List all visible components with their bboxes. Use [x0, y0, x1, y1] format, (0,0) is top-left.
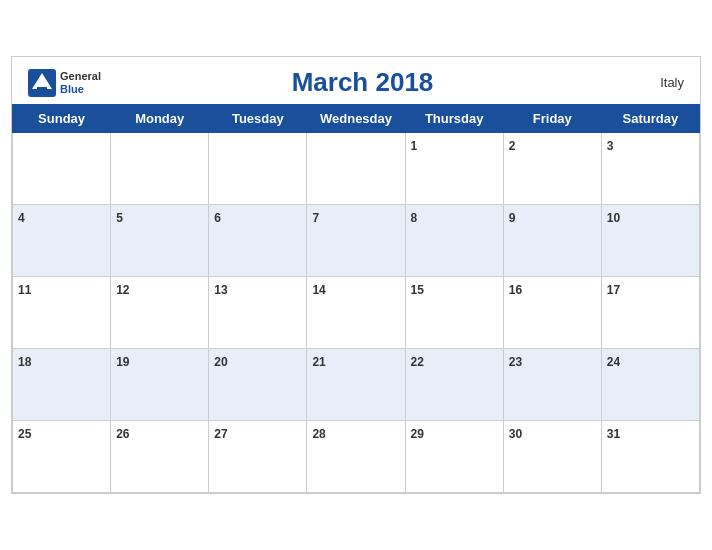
weekday-header-thursday: Thursday — [405, 105, 503, 133]
day-number: 6 — [214, 211, 221, 225]
day-number: 14 — [312, 283, 325, 297]
day-number: 21 — [312, 355, 325, 369]
calendar-week-row: 25262728293031 — [13, 421, 700, 493]
day-number: 18 — [18, 355, 31, 369]
calendar: General Blue March 2018 Italy SundayMond… — [11, 56, 701, 494]
logo-icon — [28, 69, 56, 97]
day-number: 31 — [607, 427, 620, 441]
calendar-day-cell: 25 — [13, 421, 111, 493]
calendar-week-row: 11121314151617 — [13, 277, 700, 349]
calendar-title: March 2018 — [101, 67, 624, 98]
calendar-day-cell: 22 — [405, 349, 503, 421]
logo: General Blue — [28, 69, 101, 97]
calendar-day-cell: 26 — [111, 421, 209, 493]
calendar-day-cell: 20 — [209, 349, 307, 421]
day-number: 28 — [312, 427, 325, 441]
calendar-day-cell: 13 — [209, 277, 307, 349]
calendar-day-cell: 5 — [111, 205, 209, 277]
day-number: 23 — [509, 355, 522, 369]
calendar-day-cell — [209, 133, 307, 205]
calendar-day-cell — [111, 133, 209, 205]
calendar-day-cell: 9 — [503, 205, 601, 277]
calendar-day-cell — [13, 133, 111, 205]
calendar-week-row: 123 — [13, 133, 700, 205]
weekday-header-sunday: Sunday — [13, 105, 111, 133]
day-number: 16 — [509, 283, 522, 297]
svg-rect-2 — [37, 87, 47, 90]
day-number: 3 — [607, 139, 614, 153]
day-number: 9 — [509, 211, 516, 225]
calendar-day-cell: 24 — [601, 349, 699, 421]
weekday-header-wednesday: Wednesday — [307, 105, 405, 133]
weekday-header-row: SundayMondayTuesdayWednesdayThursdayFrid… — [13, 105, 700, 133]
day-number: 20 — [214, 355, 227, 369]
calendar-day-cell: 8 — [405, 205, 503, 277]
weekday-header-friday: Friday — [503, 105, 601, 133]
calendar-day-cell: 31 — [601, 421, 699, 493]
calendar-day-cell: 10 — [601, 205, 699, 277]
calendar-day-cell: 7 — [307, 205, 405, 277]
day-number: 17 — [607, 283, 620, 297]
day-number: 22 — [411, 355, 424, 369]
logo-blue-text: Blue — [60, 83, 101, 95]
day-number: 25 — [18, 427, 31, 441]
day-number: 1 — [411, 139, 418, 153]
calendar-day-cell: 3 — [601, 133, 699, 205]
country-label: Italy — [624, 75, 684, 90]
weekday-header-saturday: Saturday — [601, 105, 699, 133]
calendar-day-cell: 14 — [307, 277, 405, 349]
weekday-header-monday: Monday — [111, 105, 209, 133]
day-number: 30 — [509, 427, 522, 441]
calendar-day-cell: 6 — [209, 205, 307, 277]
calendar-day-cell: 21 — [307, 349, 405, 421]
calendar-header: General Blue March 2018 Italy — [12, 57, 700, 104]
day-number: 8 — [411, 211, 418, 225]
day-number: 2 — [509, 139, 516, 153]
calendar-table: SundayMondayTuesdayWednesdayThursdayFrid… — [12, 104, 700, 493]
day-number: 11 — [18, 283, 31, 297]
calendar-day-cell: 2 — [503, 133, 601, 205]
calendar-day-cell: 18 — [13, 349, 111, 421]
calendar-day-cell: 12 — [111, 277, 209, 349]
calendar-day-cell: 19 — [111, 349, 209, 421]
calendar-week-row: 45678910 — [13, 205, 700, 277]
calendar-day-cell: 11 — [13, 277, 111, 349]
calendar-day-cell: 15 — [405, 277, 503, 349]
day-number: 24 — [607, 355, 620, 369]
day-number: 26 — [116, 427, 129, 441]
day-number: 4 — [18, 211, 25, 225]
day-number: 29 — [411, 427, 424, 441]
calendar-day-cell: 27 — [209, 421, 307, 493]
calendar-day-cell: 17 — [601, 277, 699, 349]
calendar-day-cell: 28 — [307, 421, 405, 493]
calendar-day-cell: 4 — [13, 205, 111, 277]
logo-text: General Blue — [60, 70, 101, 94]
day-number: 27 — [214, 427, 227, 441]
calendar-day-cell: 16 — [503, 277, 601, 349]
logo-general-text: General — [60, 70, 101, 82]
day-number: 7 — [312, 211, 319, 225]
day-number: 13 — [214, 283, 227, 297]
calendar-day-cell: 29 — [405, 421, 503, 493]
day-number: 15 — [411, 283, 424, 297]
calendar-day-cell: 30 — [503, 421, 601, 493]
day-number: 5 — [116, 211, 123, 225]
day-number: 19 — [116, 355, 129, 369]
calendar-day-cell — [307, 133, 405, 205]
calendar-day-cell: 23 — [503, 349, 601, 421]
day-number: 12 — [116, 283, 129, 297]
day-number: 10 — [607, 211, 620, 225]
calendar-day-cell: 1 — [405, 133, 503, 205]
weekday-header-tuesday: Tuesday — [209, 105, 307, 133]
calendar-week-row: 18192021222324 — [13, 349, 700, 421]
